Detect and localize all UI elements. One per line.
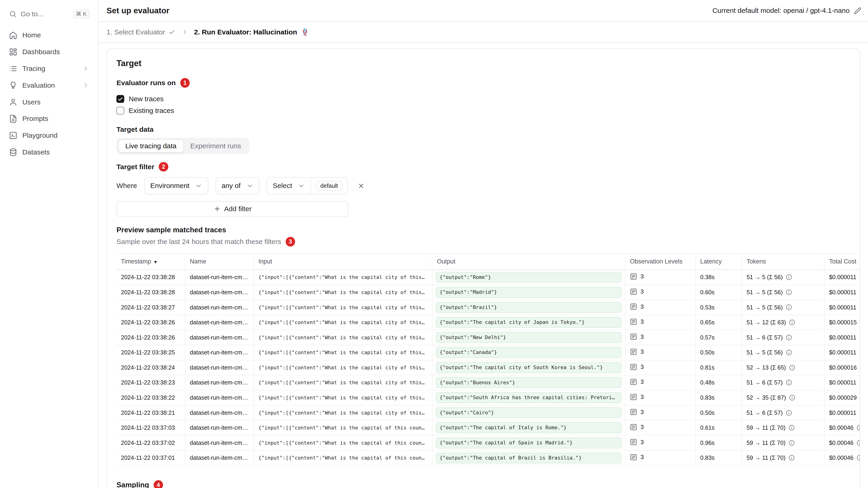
- table-row[interactable]: 2024-11-22 03:38:22dataset-run-item-cm3s…: [117, 390, 860, 405]
- cell-observation-levels: 3: [625, 330, 695, 345]
- filter-operator-select[interactable]: any of: [216, 177, 259, 194]
- info-icon: [859, 289, 860, 296]
- step-run-evaluator: 2. Run Evaluator: Hallucination 🪢: [194, 28, 310, 36]
- cell-observation-levels: 3: [625, 360, 695, 375]
- table-row[interactable]: 2024-11-22 03:37:02dataset-run-item-cm3s…: [117, 435, 860, 450]
- table-row[interactable]: 2024-11-22 03:38:21dataset-run-item-cm3s…: [117, 405, 860, 420]
- info-icon: [859, 334, 860, 341]
- step-badge-1: 1: [180, 78, 190, 88]
- cell-tokens: 51 → 6 (Σ 57): [742, 330, 825, 345]
- output-pill: {"output":"The capital of Spain is Madri…: [436, 437, 622, 449]
- cell-latency: 0.53s: [695, 300, 742, 315]
- cell-tokens: 51 → 6 (Σ 57): [742, 405, 825, 420]
- output-pill: {"output":"The capital city of South Kor…: [436, 362, 622, 373]
- observation-levels-icon: [630, 363, 637, 371]
- table-row[interactable]: 2024-11-22 03:38:24dataset-run-item-cm3s…: [117, 360, 860, 375]
- edit-model-icon[interactable]: [854, 7, 861, 14]
- cell-latency: 0.38s: [695, 270, 742, 285]
- tab-live-tracing-data[interactable]: Live tracing data: [118, 139, 184, 153]
- wizard-steps: 1. Select Evaluator 2. Run Evaluator: Ha…: [99, 22, 868, 43]
- sidebar-item-label: Datasets: [22, 148, 50, 156]
- cell-timestamp: 2024-11-22 03:38:26: [117, 315, 185, 330]
- info-icon: [789, 319, 796, 326]
- tab-experiment-runs[interactable]: Experiment runs: [184, 139, 248, 153]
- step-select-evaluator[interactable]: 1. Select Evaluator: [106, 28, 176, 36]
- info-icon: [789, 394, 796, 401]
- target-filter-label: Target filter: [117, 163, 154, 171]
- table-row[interactable]: 2024-11-22 03:37:03dataset-run-item-cm3s…: [117, 420, 860, 435]
- table-row[interactable]: 2024-11-22 03:37:01dataset-run-item-cm3s…: [117, 450, 860, 465]
- cell-input: {"input":[{"content":"What is the capita…: [254, 435, 432, 450]
- filter-column-value: Environment: [150, 182, 189, 190]
- cell-observation-levels: 3: [625, 315, 695, 330]
- checkbox-box[interactable]: [117, 95, 124, 103]
- table-row[interactable]: 2024-11-22 03:38:28dataset-run-item-cm3s…: [117, 285, 860, 300]
- cell-tokens: 59 → 11 (Σ 70): [742, 435, 825, 450]
- filter-operator-value: any of: [222, 182, 241, 190]
- cell-latency: 0.48s: [695, 375, 742, 390]
- cell-latency: 0.83s: [695, 390, 742, 405]
- info-icon: [785, 289, 792, 296]
- sidebar-item-tracing[interactable]: Tracing: [4, 60, 94, 77]
- filter-value-placeholder: Select: [273, 182, 292, 190]
- sidebar-item-datasets[interactable]: Datasets: [4, 144, 94, 161]
- cell-cost: $0.00046: [825, 435, 860, 450]
- remove-filter-button[interactable]: [355, 180, 367, 192]
- search-icon: [9, 10, 17, 18]
- info-icon: [785, 410, 792, 416]
- default-model: Current default model: openai / gpt-4.1-…: [712, 7, 861, 14]
- filter-value-select[interactable]: Select: [267, 178, 311, 194]
- cell-latency: 0.61s: [695, 420, 742, 435]
- table-row[interactable]: 2024-11-22 03:38:23dataset-run-item-cm3s…: [117, 375, 860, 390]
- table-row[interactable]: 2024-11-22 03:38:28dataset-run-item-cm3s…: [117, 270, 860, 285]
- sidebar: Go to... ⌘ K HomeDashboardsTracingEvalua…: [0, 0, 99, 488]
- cell-output: {"output":"New Delhi"}: [432, 330, 625, 345]
- sidebar-nav: HomeDashboardsTracingEvaluationUsersProm…: [4, 27, 94, 161]
- info-icon: [785, 304, 792, 311]
- cell-cost: $0.000015: [825, 315, 860, 330]
- goto-search[interactable]: Go to... ⌘ K: [4, 5, 94, 22]
- observation-levels-icon: [630, 408, 637, 416]
- cell-observation-levels: 3: [625, 450, 695, 465]
- checkbox-new-traces[interactable]: New traces: [117, 93, 850, 105]
- table-row[interactable]: 2024-11-22 03:38:26dataset-run-item-cm3s…: [117, 315, 860, 330]
- cell-cost: $0.000011: [825, 285, 860, 300]
- sidebar-item-dashboards[interactable]: Dashboards: [4, 43, 94, 60]
- cell-name: dataset-run-item-cm3s4: [185, 300, 254, 315]
- cell-latency: 0.57s: [695, 330, 742, 345]
- observation-levels-icon: [630, 438, 637, 446]
- evaluator-emoji: 🪢: [300, 29, 309, 36]
- add-filter-button[interactable]: Add filter: [117, 201, 348, 217]
- filter-where-label: Where: [117, 182, 137, 190]
- sidebar-item-prompts[interactable]: Prompts: [4, 110, 94, 127]
- cell-cost: $0.000016: [825, 360, 860, 375]
- table-row[interactable]: 2024-11-22 03:38:27dataset-run-item-cm3s…: [117, 300, 860, 315]
- table-row[interactable]: 2024-11-22 03:38:26dataset-run-item-cm3s…: [117, 330, 860, 345]
- cell-timestamp: 2024-11-22 03:37:03: [117, 420, 185, 435]
- cell-observation-levels: 3: [625, 300, 695, 315]
- checkbox-box[interactable]: [117, 107, 124, 115]
- sidebar-item-playground[interactable]: Playground: [4, 127, 94, 144]
- cell-observation-levels: 3: [625, 390, 695, 405]
- output-pill: {"output":"The capital of Brazil is Bras…: [436, 452, 622, 464]
- cell-output: {"output":"The capital city of Japan is …: [432, 315, 625, 330]
- info-icon: [859, 379, 860, 386]
- column-header-timestamp[interactable]: Timestamp▼: [117, 254, 185, 270]
- sidebar-item-label: Dashboards: [22, 48, 60, 56]
- content: Target Evaluator runs on 1 New tracesExi…: [99, 43, 868, 488]
- table-row[interactable]: 2024-11-22 03:38:25dataset-run-item-cm3s…: [117, 345, 860, 360]
- filter-column-select[interactable]: Environment: [144, 177, 208, 194]
- sidebar-item-users[interactable]: Users: [4, 94, 94, 110]
- preview-title: Preview sample matched traces: [117, 226, 850, 234]
- cell-timestamp: 2024-11-22 03:38:27: [117, 300, 185, 315]
- cell-cost: $0.00046: [825, 420, 860, 435]
- cell-tokens: 51 → 5 (Σ 56): [742, 270, 825, 285]
- sidebar-item-home[interactable]: Home: [4, 27, 94, 43]
- checkbox-existing-traces[interactable]: Existing traces: [117, 105, 850, 117]
- sidebar-item-evaluation[interactable]: Evaluation: [4, 77, 94, 94]
- info-icon: [789, 364, 796, 371]
- add-filter-label: Add filter: [224, 205, 252, 213]
- output-pill: {"output":"Canada"}: [436, 347, 622, 358]
- cell-cost: $0.000011: [825, 345, 860, 360]
- playground-icon: [9, 131, 17, 139]
